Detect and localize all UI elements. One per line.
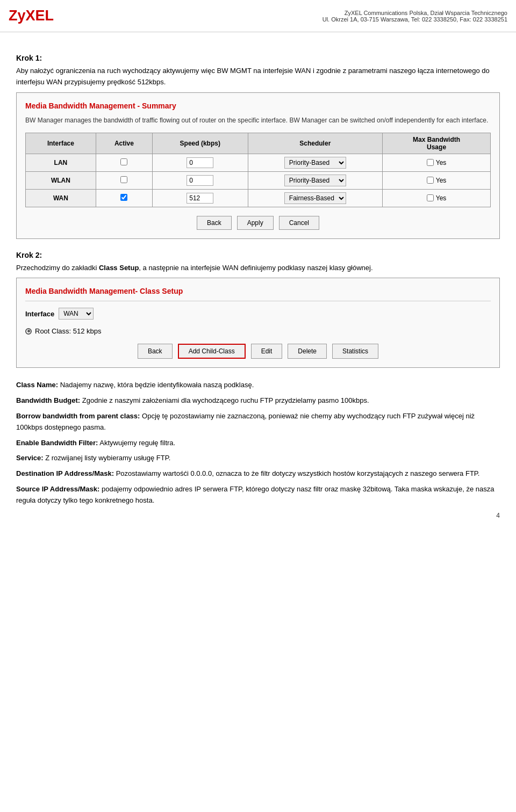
- lan-active-checkbox[interactable]: [120, 158, 127, 165]
- row-wan-name: WAN: [26, 189, 96, 207]
- desc-service: Service: Z rozwijanej listy wybieramy us…: [16, 453, 500, 464]
- panel1-title: Media Bandwidth Management - Summary: [25, 102, 491, 110]
- wlan-speed-input[interactable]: [187, 175, 213, 186]
- row-lan-scheduler[interactable]: Priority-Based Fairness-Based: [248, 154, 383, 171]
- root-class-radio[interactable]: [25, 328, 32, 335]
- back-button-1[interactable]: Back: [197, 216, 232, 230]
- col-active: Active: [96, 133, 152, 154]
- desc-text-enable-bw-filter: Aktywujemy regułę filtra.: [99, 439, 175, 447]
- lan-scheduler-select[interactable]: Priority-Based Fairness-Based: [284, 157, 346, 169]
- statistics-button[interactable]: Statistics: [332, 344, 378, 359]
- panel-summary: Media Bandwidth Management - Summary BW …: [16, 92, 500, 239]
- desc-borrow-bw: Borrow bandwidth from parent class: Opcj…: [16, 411, 500, 433]
- edit-button[interactable]: Edit: [251, 344, 283, 359]
- desc-class-name: Class Name: Nadajemy nazwę, która będzie…: [16, 380, 500, 391]
- panel2-button-row: Back Add Child-Class Edit Delete Statist…: [25, 344, 491, 359]
- root-class-row: Root Class: 512 kbps: [25, 327, 491, 335]
- row-lan-maxbw[interactable]: Yes: [383, 154, 491, 171]
- table-row: LAN Priority-Based Fairness-Based Yes: [26, 154, 491, 171]
- desc-dest-ip: Destination IP Address/Mask: Pozostawiam…: [16, 468, 500, 480]
- company-address: Ul. Okrzei 1A, 03-715 Warszawa, Tel: 022…: [322, 16, 507, 23]
- row-wan-scheduler[interactable]: Priority-Based Fairness-Based: [248, 189, 383, 207]
- logo: ZyXEL: [9, 4, 57, 27]
- panel1-button-row: Back Apply Cancel: [25, 216, 491, 230]
- row-wan-active[interactable]: [96, 189, 152, 207]
- wan-speed-input[interactable]: [187, 193, 213, 204]
- lan-speed-input[interactable]: [187, 157, 213, 168]
- row-wlan-maxbw[interactable]: Yes: [383, 171, 491, 189]
- desc-src-ip: Source IP Address/Mask: podajemy odpowie…: [16, 484, 500, 506]
- header-info: ZyXEL Communications Polska, Dział Wspar…: [322, 10, 507, 23]
- interface-row: Interface WAN LAN WLAN: [25, 308, 491, 320]
- cancel-button-1[interactable]: Cancel: [279, 216, 319, 230]
- desc-text-class-name: Nadajemy nazwę, która będzie identyfikow…: [60, 381, 254, 389]
- desc-label-src-ip: Source IP Address/Mask:: [16, 485, 99, 493]
- desc-enable-bw-filter: Enable Bandwidth Filter: Aktywujemy regu…: [16, 438, 500, 449]
- row-wlan-active[interactable]: [96, 171, 152, 189]
- interface-select[interactable]: WAN LAN WLAN: [59, 308, 94, 320]
- wan-active-checkbox[interactable]: [120, 194, 127, 201]
- wlan-scheduler-select[interactable]: Priority-Based Fairness-Based: [284, 175, 346, 186]
- back-button-2[interactable]: Back: [138, 344, 173, 359]
- desc-text-bandwidth-budget: Zgodnie z naszymi założeniami dla wychod…: [82, 396, 369, 404]
- wan-yes-label: Yes: [436, 194, 447, 202]
- wlan-yes-label: Yes: [436, 177, 447, 184]
- interface-label: Interface: [25, 310, 54, 318]
- krok1-body: Aby nałożyć ograniczenia na ruch wychodz…: [16, 66, 500, 88]
- row-wlan-speed[interactable]: [152, 171, 248, 189]
- page-number: 4: [16, 512, 500, 519]
- col-speed: Speed (kbps): [152, 133, 248, 154]
- row-lan-name: LAN: [26, 154, 96, 171]
- row-wan-speed[interactable]: [152, 189, 248, 207]
- lan-maxbw-checkbox[interactable]: [427, 159, 434, 166]
- table-row: WLAN Priority-Based Fairness-Based Yes: [26, 171, 491, 189]
- col-maxbw: Max BandwidthUsage: [383, 133, 491, 154]
- wan-scheduler-select[interactable]: Priority-Based Fairness-Based: [284, 192, 346, 204]
- row-wlan-name: WLAN: [26, 171, 96, 189]
- delete-button[interactable]: Delete: [288, 344, 327, 359]
- root-class-label: Root Class: 512 kbps: [35, 327, 102, 335]
- desc-text-service: Z rozwijanej listy wybieramy usługę FTP.: [45, 454, 170, 462]
- main-content: Krok 1: Aby nałożyć ograniczenia na ruch…: [0, 38, 516, 530]
- panel1-desc: BW Manager manages the bandwidth of traf…: [25, 115, 491, 125]
- row-lan-speed[interactable]: [152, 154, 248, 171]
- col-interface: Interface: [26, 133, 96, 154]
- desc-label-borrow-bw: Borrow bandwidth from parent class:: [16, 412, 140, 420]
- row-wan-maxbw[interactable]: Yes: [383, 189, 491, 207]
- krok2-title: Krok 2:: [16, 251, 500, 259]
- wlan-maxbw-checkbox[interactable]: [427, 177, 434, 184]
- panel2-title: Media Bandwidth Management- Class Setup: [25, 287, 491, 295]
- table-row: WAN Priority-Based Fairness-Based Yes: [26, 189, 491, 207]
- desc-label-dest-ip: Destination IP Address/Mask:: [16, 469, 114, 477]
- company-name: ZyXEL Communications Polska, Dział Wspar…: [322, 10, 507, 16]
- svg-text:ZyXEL: ZyXEL: [9, 8, 54, 24]
- lan-yes-label: Yes: [436, 159, 447, 166]
- desc-label-class-name: Class Name:: [16, 381, 58, 389]
- row-lan-active[interactable]: [96, 154, 152, 171]
- desc-label-service: Service:: [16, 454, 44, 462]
- desc-label-bandwidth-budget: Bandwidth Budget:: [16, 396, 80, 404]
- panel-class-setup: Media Bandwidth Management- Class Setup …: [16, 278, 500, 368]
- add-child-class-button[interactable]: Add Child-Class: [178, 344, 246, 359]
- krok1-title: Krok 1:: [16, 54, 500, 62]
- bw-table: Interface Active Speed (kbps) Scheduler …: [25, 133, 491, 207]
- wlan-active-checkbox[interactable]: [120, 176, 127, 183]
- wan-maxbw-checkbox[interactable]: [427, 194, 434, 201]
- desc-label-enable-bw-filter: Enable Bandwidth Filter:: [16, 439, 98, 447]
- descriptions-section: Class Name: Nadajemy nazwę, która będzie…: [16, 380, 500, 506]
- desc-bandwidth-budget: Bandwidth Budget: Zgodnie z naszymi zało…: [16, 395, 500, 407]
- col-scheduler: Scheduler: [248, 133, 383, 154]
- krok2-body: Przechodzimy do zakładki Class Setup, a …: [16, 263, 500, 274]
- row-wlan-scheduler[interactable]: Priority-Based Fairness-Based: [248, 171, 383, 189]
- desc-text-dest-ip: Pozostawiamy wartośći 0.0.0.0, oznacza t…: [116, 469, 480, 477]
- page-header: ZyXEL ZyXEL Communications Polska, Dział…: [0, 0, 516, 32]
- apply-button[interactable]: Apply: [237, 216, 274, 230]
